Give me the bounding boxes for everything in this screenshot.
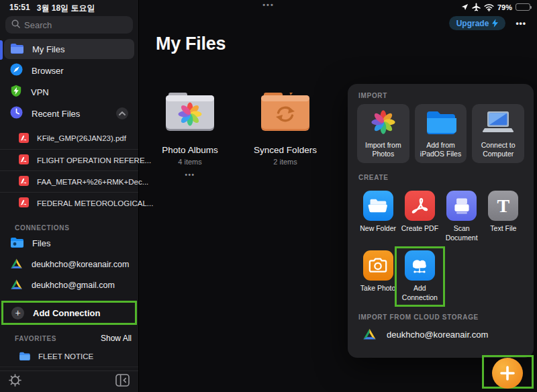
sidebar-item-files-app[interactable]: Files [0,233,138,254]
connection-label: deukhcho@koreanair.com [32,260,129,269]
folder-count: 4 items [178,158,201,166]
status-right: 79% [461,3,530,11]
clock-icon [10,106,23,121]
synced-folders-icon [260,93,311,132]
sidebar-item-gdrive-gmail[interactable]: deukhcho@gmail.com [0,275,138,295]
sidebar-item-fleet-notice[interactable]: FLEET NOTICE [0,346,138,366]
import-section-header: IMPORT [358,92,524,99]
connection-label: deukhcho@gmail.com [32,281,115,290]
sidebar-bottom-bar [0,371,138,392]
tile-label: Import from Photos [357,141,409,158]
sidebar-item-gdrive-koreanair[interactable]: deukhcho@koreanair.com [0,254,138,275]
toolbar: Upgrade ••• [449,16,526,30]
sidebar-collapse-icon [115,374,130,387]
location-icon [461,3,469,11]
cloud-account-label: deukhcho@koreanair.com [387,330,488,340]
add-fab-button[interactable] [492,358,523,389]
gear-icon [9,374,21,387]
battery-icon [516,3,530,11]
scan-document-button[interactable]: Scan Document [441,191,483,242]
create-grid: New Folder Create PDF Scan Document T [357,191,524,303]
shield-icon [10,85,22,99]
import-from-photos-tile[interactable]: Import from Photos [357,104,409,163]
folder-synced-folders[interactable]: Synced Folders 2 items [238,93,333,179]
folder-icon [426,104,456,141]
file-name: FLIGHT OPERATION REFERE... [37,156,151,164]
favorites-header-row: FAVORITES Show All [15,333,132,344]
create-pdf-button[interactable]: Create PDF [399,191,440,242]
create-label: Create PDF [401,224,438,234]
file-name: FAA_METAR+%26+RMK+Dec... [37,178,148,186]
camera-icon [363,250,393,281]
file-row[interactable]: FLIGHT OPERATION REFERE... [0,149,138,170]
settings-gear-button[interactable] [9,374,21,389]
create-section-header: CREATE [358,174,524,181]
pdf-icon [19,176,29,187]
add-connection-button[interactable]: Add Connection [399,250,440,302]
acrobat-pdf-icon [405,191,435,221]
cloud-connection-icon [405,250,435,281]
cloud-account-row[interactable]: deukhcho@koreanair.com [357,328,524,342]
file-row[interactable]: FEDERAL METEOROLOGICAL... [0,192,138,213]
apple-files-icon [10,237,23,250]
sidebar-collapse-button[interactable] [115,374,130,389]
wifi-icon [484,3,494,11]
cloud-storage-header: IMPORT FROM CLOUD STORAGE [358,313,524,321]
create-label: Take Photo [360,284,396,293]
google-drive-icon [10,258,23,271]
photos-icon [369,104,397,141]
pdf-icon [19,154,29,166]
sidebar-item-my-files[interactable]: My Files [4,39,134,59]
favorites-header: FAVORITES [15,335,56,342]
search-box[interactable] [5,16,133,34]
search-icon [11,19,20,31]
connect-to-computer-tile[interactable]: Connect to Computer [472,104,524,163]
compass-icon [10,63,23,78]
upgrade-label: Upgrade [456,19,489,28]
add-from-ipados-files-tile[interactable]: Add from iPadOS Files [415,104,467,163]
selection-accent-strip [0,40,3,60]
folder-photo-albums[interactable]: Photo Albums 4 items ••• [142,93,238,179]
laptop-icon [482,104,514,141]
folder-name: Photo Albums [162,145,217,155]
tile-label: Add from iPadOS Files [415,141,467,158]
tile-label: Connect to Computer [472,141,524,158]
add-menu-popup: IMPORT [348,84,534,358]
folder-grid: Photo Albums 4 items ••• [142,93,333,179]
folder-menu-button[interactable]: ••• [185,171,195,179]
photo-albums-folder-icon [164,93,215,132]
search-input[interactable] [24,20,125,30]
folder-icon [19,352,30,362]
google-drive-icon [362,328,377,342]
upgrade-button[interactable]: Upgrade [449,16,506,30]
connections-header: CONNECTIONS [15,224,132,232]
add-connection-label: Add Connection [33,308,100,318]
file-row[interactable]: KFile_GMP(26JAN23).pdf [0,128,138,149]
import-tiles: Import from Photos Add from iPadOS Files [357,104,524,163]
plus-icon [500,366,515,381]
text-file-button[interactable]: T Text File [483,191,524,242]
file-name: FEDERAL METEOROLOGICAL... [37,199,153,207]
sidebar-item-vpn[interactable]: VPN [4,82,134,102]
favorite-label: FLEET NOTICE [38,352,93,360]
folder-name: Synced Folders [254,145,317,155]
show-all-button[interactable]: Show All [101,334,132,343]
chevron-up-icon [119,111,126,115]
sidebar-add-connection-button[interactable]: + Add Connection [1,301,137,325]
recent-file-list: KFile_GMP(26JAN23).pdf FLIGHT OPERATION … [0,128,138,213]
sidebar-item-label: My Files [32,44,64,54]
sidebar-item-recent-files[interactable]: Recent Files [4,103,134,124]
pdf-icon [19,133,29,144]
file-row[interactable]: FAA_METAR+%26+RMK+Dec... [0,170,138,192]
take-photo-button[interactable]: Take Photo [357,250,399,302]
folder-count: 2 items [273,158,297,166]
sidebar-item-label: VPN [31,87,49,97]
folder-icon [10,43,23,56]
scanner-icon [446,191,477,221]
main-content: 79% Upgrade ••• My Files [140,0,537,392]
collapse-section-button[interactable] [116,107,128,119]
more-button[interactable]: ••• [516,19,526,28]
app-window: 15:51 3월 18일 토요일 My Files Browser VPN [0,0,537,392]
new-folder-button[interactable]: New Folder [357,191,399,242]
sidebar-item-browser[interactable]: Browser [4,60,134,81]
